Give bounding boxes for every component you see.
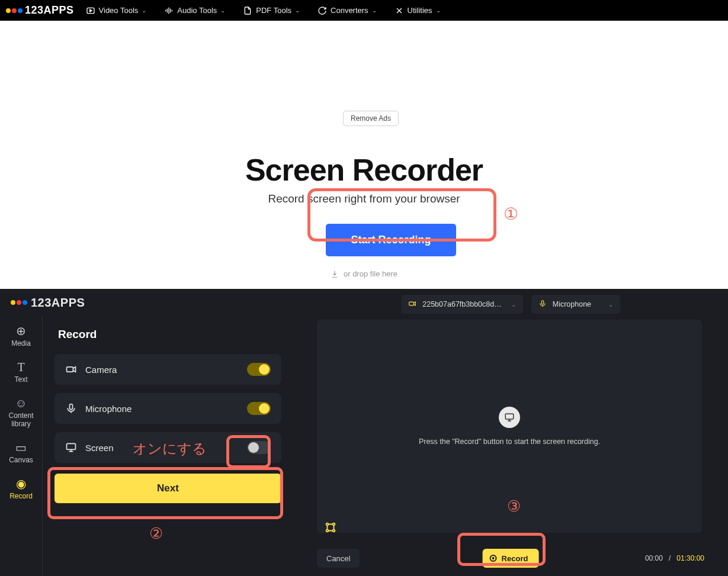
annotation-label-3: ③	[507, 497, 521, 516]
page-subtitle: Record screen right from your browser	[0, 192, 728, 205]
annotation-jp-turn-on: オンにする	[133, 439, 207, 458]
camera-label: Camera	[85, 365, 117, 375]
tools-icon	[395, 6, 404, 15]
brand-logo[interactable]: 123APPS	[11, 296, 85, 310]
svg-rect-5	[172, 9, 172, 11]
editor-header: 123APPS	[0, 289, 293, 316]
chevron-down-icon: ⌄	[436, 7, 441, 14]
record-bottom-bar: Cancel Record 00:00 / 01:30:00	[293, 540, 728, 576]
sidebar-item-record[interactable]: ◉ Record	[9, 477, 33, 500]
microphone-label: Microphone	[85, 404, 132, 414]
editor-sidebar: ⊕ Media T Text ☺ Content library ▭ Canva…	[0, 316, 43, 576]
nav-video-tools[interactable]: Video Tools ⌄	[86, 6, 147, 15]
chevron-down-icon: ⌄	[608, 301, 613, 308]
waveform-icon	[164, 6, 174, 15]
top-header: 123APPS Video Tools ⌄ Audio Tools ⌄ PDF …	[0, 0, 728, 21]
crop-icon[interactable]	[324, 521, 337, 537]
svg-point-15	[333, 530, 335, 532]
document-icon	[243, 6, 252, 15]
svg-rect-4	[170, 8, 171, 12]
time-current: 00:00	[645, 554, 663, 562]
brand-logo[interactable]: 123APPS	[6, 4, 74, 17]
svg-rect-6	[67, 367, 73, 372]
annotation-label-2: ②	[149, 524, 163, 543]
sidebar-item-media[interactable]: ⊕ Media	[11, 324, 31, 347]
svg-rect-7	[70, 404, 73, 410]
monitor-circle-icon	[499, 407, 520, 428]
svg-rect-3	[169, 7, 169, 14]
nav-pdf-tools[interactable]: PDF Tools ⌄	[243, 6, 300, 15]
play-box-icon	[86, 6, 95, 15]
smiley-icon: ☺	[15, 397, 27, 410]
chevron-down-icon: ⌄	[295, 7, 300, 14]
screen-label: Screen	[85, 443, 114, 453]
monitor-icon	[65, 442, 77, 453]
chevron-down-icon: ⌄	[142, 7, 146, 14]
main-nav: Video Tools ⌄ Audio Tools ⌄ PDF Tools ⌄ …	[86, 6, 441, 15]
record-dot-icon	[490, 555, 497, 562]
next-button[interactable]: Next	[54, 474, 281, 503]
microphone-dropdown-label: Microphone	[553, 300, 591, 308]
editor-left-panel: 123APPS ⊕ Media T Text ☺ Content library…	[0, 289, 293, 576]
refresh-icon	[318, 6, 327, 15]
record-row-microphone: Microphone	[54, 393, 281, 424]
screen-toggle[interactable]	[247, 441, 271, 454]
canvas-message: Press the "Record" button to start the s…	[419, 437, 600, 446]
remove-ads-button[interactable]: Remove Ads	[343, 111, 399, 126]
chevron-down-icon: ⌄	[511, 301, 516, 308]
svg-point-14	[326, 530, 329, 532]
microphone-icon	[65, 403, 77, 414]
editor-right-panel: 225b07a67fb3bb0c8d… ⌄ Microphone ⌄ Press…	[293, 289, 728, 576]
record-button[interactable]: Record	[483, 549, 539, 568]
time-total: 01:30:00	[676, 554, 704, 562]
svg-rect-1	[165, 9, 166, 11]
annotation-label-1: ①	[503, 204, 518, 224]
frame-icon: ▭	[15, 441, 27, 454]
start-recording-button[interactable]: Start Recording	[326, 224, 456, 256]
camera-icon	[408, 300, 416, 310]
drop-file-hint: or drop file here	[0, 269, 728, 278]
svg-rect-9	[409, 302, 414, 305]
microphone-dropdown[interactable]: Microphone ⌄	[531, 295, 620, 314]
camera-toggle[interactable]	[247, 363, 271, 376]
brand-text: 123APPS	[25, 4, 74, 17]
svg-point-12	[326, 523, 329, 526]
chevron-down-icon: ⌄	[372, 7, 377, 14]
svg-rect-11	[505, 414, 514, 419]
svg-rect-10	[541, 300, 544, 304]
record-section-title: Record	[58, 328, 281, 341]
nav-converters[interactable]: Converters ⌄	[318, 6, 377, 15]
camera-dropdown[interactable]: 225b07a67fb3bb0c8d… ⌄	[401, 295, 522, 314]
nav-audio-tools[interactable]: Audio Tools ⌄	[164, 6, 225, 15]
svg-rect-2	[167, 8, 168, 12]
svg-rect-8	[67, 443, 76, 449]
cancel-button[interactable]: Cancel	[317, 549, 360, 568]
record-row-camera: Camera	[54, 354, 281, 385]
landing-area: Remove Ads Screen Recorder Record screen…	[0, 21, 728, 290]
sidebar-item-canvas[interactable]: ▭ Canvas	[9, 441, 33, 464]
microphone-icon	[538, 300, 547, 310]
nav-utilities[interactable]: Utilities ⌄	[395, 6, 441, 15]
sidebar-item-text[interactable]: T Text	[14, 361, 27, 384]
microphone-toggle[interactable]	[247, 402, 271, 415]
download-icon	[331, 270, 339, 278]
camera-icon	[65, 363, 77, 375]
timecode: 00:00 / 01:30:00	[645, 554, 704, 562]
record-icon: ◉	[16, 477, 26, 490]
record-device-bar: 225b07a67fb3bb0c8d… ⌄ Microphone ⌄	[293, 289, 728, 320]
sidebar-item-content-library[interactable]: ☺ Content library	[0, 397, 42, 427]
plus-circle-icon: ⊕	[16, 324, 26, 337]
chevron-down-icon: ⌄	[220, 7, 225, 14]
page-title: Screen Recorder	[0, 152, 728, 188]
camera-dropdown-label: 225b07a67fb3bb0c8d…	[422, 300, 501, 308]
text-icon: T	[17, 361, 24, 374]
svg-point-13	[333, 523, 335, 526]
